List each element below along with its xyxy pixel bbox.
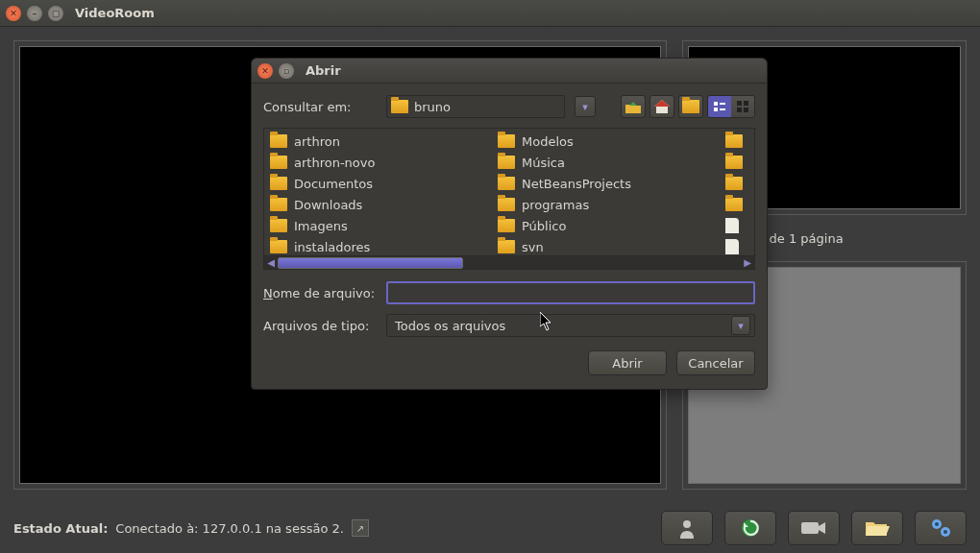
lookin-label: Consultar em: xyxy=(263,100,377,114)
cancel-button[interactable]: Cancelar xyxy=(676,350,755,375)
folder-icon xyxy=(498,177,515,190)
file-item[interactable]: Público xyxy=(498,217,714,234)
file-item-label: programas xyxy=(522,198,589,212)
file-item[interactable]: Imagens xyxy=(270,217,486,234)
file-item-label: Modelos xyxy=(522,134,574,149)
camera-button[interactable] xyxy=(788,511,840,545)
file-item[interactable]: Documentos xyxy=(270,175,486,192)
grid-view-icon[interactable] xyxy=(731,96,754,117)
status-bar: Estado Atual: Conectado à: 127.0.0.1 na … xyxy=(13,519,369,537)
file-item[interactable]: arthron-novo xyxy=(270,154,486,171)
lookin-dropdown-button[interactable]: ▾ xyxy=(575,96,596,117)
svg-point-0 xyxy=(683,520,691,528)
open-dialog: ✕ ▫ Abrir Consultar em: bruno ▾ xyxy=(251,58,768,390)
scroll-thumb[interactable] xyxy=(278,257,463,269)
file-item-label: Documentos xyxy=(294,177,373,191)
file-item[interactable] xyxy=(725,132,748,150)
open-button[interactable]: Abrir xyxy=(588,350,667,375)
folder-icon xyxy=(498,134,515,148)
up-folder-button[interactable] xyxy=(621,95,646,118)
svg-rect-2 xyxy=(801,522,819,534)
svg-rect-13 xyxy=(737,108,742,112)
home-button[interactable] xyxy=(649,95,674,118)
folder-icon xyxy=(498,219,515,232)
view-mode-toggle[interactable] xyxy=(707,95,755,118)
lookin-select[interactable]: bruno xyxy=(386,95,565,118)
file-item[interactable]: Modelos xyxy=(498,132,714,150)
file-item-label: NetBeansProjects xyxy=(522,177,631,191)
scroll-track[interactable] xyxy=(278,257,741,269)
folder-icon xyxy=(498,240,515,253)
folder-icon xyxy=(725,156,743,169)
file-item[interactable]: Música xyxy=(498,154,714,171)
svg-rect-10 xyxy=(720,108,725,110)
folder-icon xyxy=(682,100,699,113)
file-item[interactable]: arthron xyxy=(270,132,486,150)
file-icon xyxy=(725,239,739,254)
file-item[interactable] xyxy=(725,217,748,234)
main-titlebar: ✕ – ▢ VideoRoom xyxy=(0,0,980,27)
dialog-minimize-icon[interactable]: ▫ xyxy=(279,63,294,79)
status-text: Conectado à: 127.0.0.1 na sessão 2. xyxy=(115,521,344,536)
folder-icon xyxy=(270,177,287,190)
scroll-left-icon[interactable]: ◀ xyxy=(264,257,278,269)
folder-icon xyxy=(391,100,408,113)
file-item[interactable]: Downloads xyxy=(270,196,486,213)
folder-icon xyxy=(270,134,287,148)
file-item-label: Música xyxy=(522,156,565,170)
folder-icon xyxy=(270,219,287,232)
folder-icon xyxy=(270,156,287,169)
settings-button[interactable] xyxy=(915,511,967,545)
svg-point-4 xyxy=(935,522,939,526)
list-view-icon[interactable] xyxy=(708,96,731,117)
svg-rect-9 xyxy=(720,103,725,105)
new-folder-button[interactable] xyxy=(678,95,703,118)
folder-icon xyxy=(725,198,743,211)
lookin-value: bruno xyxy=(414,100,560,114)
folder-icon xyxy=(498,156,515,169)
file-item-label: svn xyxy=(522,240,544,254)
folder-icon xyxy=(725,177,743,190)
file-list[interactable]: arthronarthron-novoDocumentosDownloadsIm… xyxy=(263,128,755,256)
minimize-icon[interactable]: – xyxy=(27,6,42,21)
file-item[interactable] xyxy=(725,196,748,213)
svg-rect-8 xyxy=(714,108,718,111)
file-item-label: arthron xyxy=(294,134,340,149)
dialog-titlebar: ✕ ▫ Abrir xyxy=(252,59,767,84)
file-item[interactable] xyxy=(725,175,748,192)
filetype-select[interactable]: Todos os arquivos ▾ xyxy=(386,314,755,337)
folder-icon xyxy=(270,198,287,211)
svg-rect-14 xyxy=(744,108,748,112)
folder-icon xyxy=(725,134,743,148)
file-item-label: Público xyxy=(522,219,566,233)
file-item-label: instaladores xyxy=(294,240,370,254)
dialog-close-icon[interactable]: ✕ xyxy=(257,63,273,79)
svg-rect-11 xyxy=(737,101,742,106)
scroll-right-icon[interactable]: ▶ xyxy=(741,257,754,269)
folder-icon xyxy=(270,240,287,253)
file-item-label: Downloads xyxy=(294,198,362,212)
file-item-label: arthron-novo xyxy=(294,156,375,170)
file-item[interactable]: svn xyxy=(498,238,714,255)
filename-input[interactable] xyxy=(386,281,755,304)
chevron-down-icon: ▾ xyxy=(731,316,750,335)
refresh-button[interactable] xyxy=(724,511,776,545)
open-folder-button[interactable] xyxy=(851,511,903,545)
svg-rect-7 xyxy=(714,102,718,106)
close-icon[interactable]: ✕ xyxy=(6,6,21,21)
file-item-label: Imagens xyxy=(294,219,348,233)
file-item[interactable] xyxy=(725,154,748,171)
file-item[interactable] xyxy=(725,238,748,255)
file-list-hscroll[interactable]: ◀ ▶ xyxy=(263,256,755,270)
file-item[interactable]: NetBeansProjects xyxy=(498,175,714,192)
external-link-icon[interactable]: ↗ xyxy=(352,519,369,537)
file-item[interactable]: instaladores xyxy=(270,238,486,255)
window-title: VideoRoom xyxy=(75,6,155,20)
file-item[interactable]: programas xyxy=(498,196,714,213)
filename-label: Nome de arquivo: xyxy=(263,286,377,301)
status-label: Estado Atual: xyxy=(13,521,108,536)
maximize-icon[interactable]: ▢ xyxy=(48,6,63,21)
svg-point-6 xyxy=(943,530,947,534)
folder-icon xyxy=(498,198,515,211)
user-button[interactable] xyxy=(661,511,713,545)
